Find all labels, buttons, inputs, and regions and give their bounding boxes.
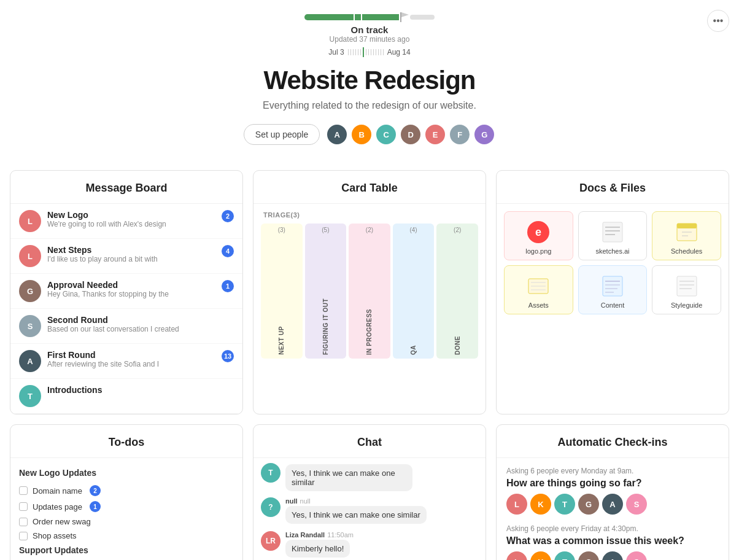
column-count: (4)	[409, 227, 417, 233]
message-avatar: L	[19, 210, 41, 232]
progress-seg-1	[304, 14, 354, 20]
todo-item: Shop assets	[19, 529, 234, 543]
checkin-avatar[interactable]: K	[530, 551, 551, 560]
doc-label: Styleguide	[657, 301, 716, 309]
doc-thumbnail	[509, 271, 568, 301]
card-column[interactable]: (2) IN PROGRESS	[349, 224, 390, 359]
message-avatar: G	[19, 280, 41, 302]
project-description: Everything related to the redesign of ou…	[0, 100, 739, 111]
chat-card: Chat T Yes, I think we can make one simi…	[253, 424, 486, 560]
chat-bubble: Kimberly hello!	[285, 540, 350, 558]
card-column[interactable]: (3) NEXT UP	[261, 224, 303, 359]
todo-label[interactable]: Shop assets	[33, 531, 77, 540]
message-badge: 13	[222, 350, 234, 362]
checkin-avatar[interactable]: K	[530, 494, 551, 515]
checkin-avatar[interactable]: G	[578, 551, 599, 560]
chat-bubble-wrap: Yes, I think we can make one similar	[285, 463, 427, 491]
docs-files-card: Docs & Files e logo.png sketches.ai Sche…	[496, 170, 729, 414]
message-content: New Logo We're going to roll with Alex's…	[47, 210, 215, 228]
progress-bar	[304, 12, 435, 22]
chat-time: null	[300, 497, 311, 505]
checkin-avatar[interactable]: A	[602, 494, 623, 515]
team-avatar[interactable]: D	[400, 123, 422, 146]
todo-label[interactable]: Domain name	[33, 486, 82, 496]
message-item[interactable]: L New Logo We're going to roll with Alex…	[10, 204, 242, 239]
team-avatar[interactable]: A	[326, 123, 348, 146]
card-column[interactable]: (5) FIGURING IT OUT	[305, 224, 347, 359]
todo-label[interactable]: Updates page	[33, 502, 82, 511]
timeline-end: Aug 14	[384, 48, 414, 56]
team-avatar[interactable]: F	[449, 123, 471, 146]
column-count: (2)	[366, 227, 373, 233]
doc-item[interactable]: sketches.ai	[578, 211, 648, 260]
set-up-people-button[interactable]: Set up people	[244, 124, 320, 145]
todos-body: New Logo Updates Domain name 2 Updates p…	[10, 458, 242, 560]
doc-item[interactable]: Schedules	[652, 211, 721, 260]
column-label: QA	[410, 345, 417, 355]
checkin-item: Asking 6 people every Friday at 4:30pm. …	[506, 524, 719, 560]
doc-thumbnail	[657, 217, 716, 247]
doc-item[interactable]: Content	[578, 265, 648, 314]
svg-rect-16	[603, 276, 622, 296]
team-avatars: ABCDEFG	[326, 123, 495, 146]
message-avatar: A	[19, 350, 41, 372]
team-avatar[interactable]: B	[350, 123, 373, 146]
checkins-title: Automatic Check-ins	[497, 425, 729, 458]
todo-label[interactable]: Order new swag	[33, 517, 91, 526]
timeline-start: Jul 3	[325, 48, 347, 56]
checkin-avatar[interactable]: T	[554, 494, 575, 515]
message-item[interactable]: G Approval Needed Hey Gina, Thanks for s…	[10, 274, 242, 309]
checkin-avatars: LKTGAS	[506, 494, 719, 515]
card-column[interactable]: (2) DONE	[436, 224, 478, 359]
chat-system-message: T Yes, I think we can make one similar	[261, 463, 478, 491]
team-avatar[interactable]: E	[424, 123, 446, 146]
todo-checkbox[interactable]	[19, 486, 28, 495]
todo-checkbox[interactable]	[19, 502, 28, 511]
people-row: Set up people ABCDEFG	[0, 123, 739, 146]
checkin-avatar[interactable]: S	[626, 494, 647, 515]
chat-avatar: T	[261, 463, 281, 483]
svg-rect-4	[603, 222, 622, 242]
team-avatar[interactable]: C	[375, 123, 397, 146]
checkin-avatar[interactable]: A	[602, 551, 623, 560]
card-table-body: TRIAGE(3) (3) NEXT UP (5) FIGURING IT OU…	[253, 204, 486, 366]
message-avatar: S	[19, 315, 41, 337]
todo-checkbox[interactable]	[19, 532, 28, 540]
page-title: Website Redesign	[0, 66, 739, 95]
message-title: Next Steps	[47, 245, 215, 255]
checkin-avatar[interactable]: L	[506, 551, 527, 560]
message-title: New Logo	[47, 210, 215, 220]
message-item[interactable]: L Next Steps I'd like us to play around …	[10, 239, 242, 274]
message-item[interactable]: A First Round After reviewing the site S…	[10, 344, 242, 379]
checkin-avatar[interactable]: T	[554, 551, 575, 560]
message-item[interactable]: T Introductions	[10, 379, 242, 414]
chat-body: T Yes, I think we can make one similar ?…	[253, 458, 486, 560]
checkin-avatar[interactable]: S	[626, 551, 647, 560]
checkins-body: Asking 6 people every Monday at 9am. How…	[497, 458, 729, 560]
column-label: FIGURING IT OUT	[322, 298, 329, 355]
checkin-item: Asking 6 people every Monday at 9am. How…	[506, 467, 719, 515]
message-board-title: Message Board	[10, 171, 242, 204]
doc-item[interactable]: e logo.png	[504, 211, 573, 260]
card-column[interactable]: (4) QA	[393, 224, 435, 359]
status-label: On track	[351, 25, 389, 35]
chat-message: LR Liza Randall11:50am Kimberly hello!	[261, 531, 478, 558]
progress-flag	[400, 12, 409, 22]
todo-section-title: New Logo Updates	[19, 468, 234, 478]
message-content: Next Steps I'd like us to play around a …	[47, 245, 215, 263]
team-avatar[interactable]: G	[473, 123, 495, 146]
message-preview: Hey Gina, Thanks for stopping by the	[47, 290, 215, 298]
message-preview: I'd like us to play around a bit with	[47, 255, 215, 263]
doc-item[interactable]: Assets	[504, 265, 573, 314]
checkin-avatar[interactable]: G	[578, 494, 599, 515]
progress-area: On track Updated 37 minutes ago	[0, 12, 739, 44]
message-item[interactable]: S Second Round Based on our last convers…	[10, 309, 242, 344]
progress-seg-2	[355, 14, 361, 20]
doc-item[interactable]: Styleguide	[652, 265, 721, 314]
todo-checkbox[interactable]	[19, 518, 28, 526]
checkin-avatar[interactable]: L	[506, 494, 527, 515]
progress-seg-3	[362, 14, 399, 20]
message-list: L New Logo We're going to roll with Alex…	[10, 204, 242, 414]
todo-item: Domain name 2	[19, 483, 234, 499]
svg-text:e: e	[535, 226, 541, 238]
